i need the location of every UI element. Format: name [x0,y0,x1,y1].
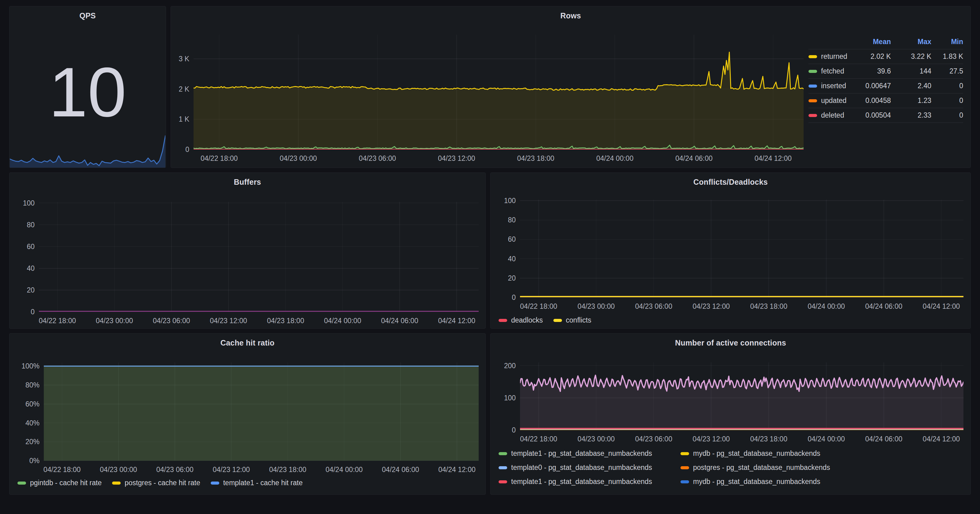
legend-stat-value: 0.00458 [848,97,891,105]
y-axis-tick-label: 0 [512,293,516,302]
legend-series-swatch [112,482,121,485]
x-axis-tick-label: 04/23 18:00 [750,435,788,443]
cache-chart-canvas[interactable]: 0%20%40%60%80%100%04/22 18:0004/23 00:00… [44,362,479,461]
y-axis-tick-label: 20 [27,286,35,294]
legend-item[interactable]: template1 - pg_stat_database_numbackends [499,449,681,458]
panel-title-active-connections[interactable]: Number of active connections [491,334,970,352]
legend-item[interactable]: template1 - cache hit rate [211,479,303,487]
x-axis-tick-label: 04/23 18:00 [517,154,555,163]
x-axis-tick-label: 04/22 18:00 [39,317,76,325]
y-axis-tick-label: 20% [25,438,40,446]
panel-title-qps[interactable]: QPS [10,6,166,25]
legend-item[interactable]: returned [808,53,848,60]
legend-stat-value: 2.02 K [848,53,891,60]
legend-series-swatch [211,482,219,485]
legend-series-swatch [808,99,817,102]
buffers-chart-canvas[interactable]: 02040608010004/22 18:0004/23 00:0004/23 … [39,202,479,312]
qps-stat-value: 10 [10,43,166,141]
legend-column-header-max[interactable]: Max [891,38,931,46]
x-axis-tick-label: 04/22 18:00 [520,435,557,443]
legend-table-row: returned2.02 K3.22 K1.83 K [808,49,963,64]
legend-item[interactable]: mydb - pg_stat_database_numbackends [681,449,830,458]
legend-series-swatch [499,319,507,322]
legend-series-swatch [681,466,689,469]
legend-series-swatch [499,480,507,483]
x-axis-tick-label: 04/23 00:00 [96,317,133,325]
x-axis-tick-label: 04/23 06:00 [156,466,194,474]
legend-series-label: deadlocks [511,316,543,325]
legend-series-label: template1 - pg_stat_database_numbackends [511,477,652,486]
legend-stat-value: 144 [891,67,931,75]
x-axis-tick-label: 04/23 00:00 [578,435,615,443]
x-axis-tick-label: 04/23 12:00 [213,466,250,474]
x-axis-tick-label: 04/22 18:00 [520,302,557,310]
rows-chart-canvas[interactable]: 01 K2 K3 K04/22 18:0004/23 00:0004/23 06… [194,35,803,150]
y-axis-tick-label: 200 [504,361,516,370]
connections-chart-canvas[interactable]: 010020004/22 18:0004/23 00:0004/23 06:00… [520,362,964,430]
legend-series-label: mydb - pg_stat_database_numbackends [693,477,821,486]
legend-series-label: postgres - pg_stat_database_numbackends [693,463,830,472]
legend-series-label: conflicts [566,316,591,325]
legend-item[interactable]: pgintdb - cache hit rate [18,479,102,487]
y-axis-tick-label: 40 [27,264,35,272]
legend-column-header-min[interactable]: Min [931,38,963,46]
panel-title-cache-hit-ratio[interactable]: Cache hit ratio [10,334,485,352]
panel-rows: Rows 01 K2 K3 K04/22 18:0004/23 00:0004/… [170,6,971,168]
legend-series-swatch [808,114,817,117]
x-axis-tick-label: 04/24 06:00 [382,466,419,474]
legend-series-label: template0 - pg_stat_database_numbackends [511,463,652,472]
legend-series-swatch [681,480,689,483]
legend-stat-value: 0 [931,111,963,119]
x-axis-tick-label: 04/23 12:00 [692,302,730,310]
panel-buffers: Buffers 02040608010004/22 18:0004/23 00:… [9,172,486,329]
x-axis-tick-label: 04/24 00:00 [808,435,845,443]
conflicts-chart-canvas[interactable]: 02040608010004/22 18:0004/23 00:0004/23 … [520,200,964,298]
legend-series-swatch [554,319,562,322]
legend-table-row: fetched39.614427.5 [808,64,963,79]
x-axis-tick-label: 04/23 06:00 [153,317,190,325]
y-axis-tick-label: 100% [21,362,40,370]
x-axis-tick-label: 04/24 00:00 [808,302,845,310]
legend-stat-value: 2.40 [891,82,931,90]
legend-stat-value: 2.33 [891,111,931,119]
grafana-dashboard: { "theme": { "page_bg": "#111217", "pane… [0,0,980,514]
y-axis-tick-label: 40 [508,255,516,263]
legend-series-label: fetched [821,67,844,75]
legend-series-swatch [681,452,689,455]
legend-item[interactable]: postgres - pg_stat_database_numbackends [681,463,830,472]
rows-legend-table: MeanMaxMinreturned2.02 K3.22 K1.83 Kfetc… [808,35,963,123]
panel-title-rows[interactable]: Rows [171,6,970,25]
legend-series-label: template1 - cache hit rate [223,479,303,487]
y-axis-tick-label: 80% [25,381,40,389]
legend-item[interactable]: inserted [808,82,848,90]
legend-series-swatch [808,84,817,88]
legend-series-swatch [18,482,26,485]
panel-title-buffers[interactable]: Buffers [10,173,485,191]
x-axis-tick-label: 04/23 00:00 [280,154,317,163]
x-axis-tick-label: 04/23 18:00 [269,466,307,474]
legend-item[interactable]: deadlocks [499,316,543,325]
x-axis-tick-label: 04/23 00:00 [100,466,137,474]
legend-item[interactable]: conflicts [554,316,591,325]
qps-sparkline[interactable] [10,134,165,167]
legend-item[interactable]: deleted [808,111,848,119]
legend-stat-value: 0 [931,97,963,105]
legend-item[interactable]: mydb - pg_stat_database_numbackends [681,477,830,486]
y-axis-tick-label: 60% [25,400,40,408]
y-axis-tick-label: 0% [29,457,40,465]
legend-series-label: returned [821,53,847,60]
legend-stat-value: 0.00647 [848,82,891,90]
legend-item[interactable]: template1 - pg_stat_database_numbackends [499,477,681,486]
legend-item[interactable]: fetched [808,67,848,75]
legend-series-label: inserted [821,82,846,90]
legend-item[interactable]: template0 - pg_stat_database_numbackends [499,463,681,472]
legend-series-swatch [808,55,817,58]
legend-column-header-mean[interactable]: Mean [848,38,891,46]
panel-title-conflicts-deadlocks[interactable]: Conflicts/Deadlocks [491,173,970,191]
legend-item[interactable]: updated [808,97,848,105]
x-axis-tick-label: 04/24 12:00 [438,317,475,325]
legend-series-label: mydb - pg_stat_database_numbackends [693,449,821,458]
cache-legend: pgintdb - cache hit ratepostgres - cache… [18,479,302,487]
panel-qps: QPS 10 [9,6,166,168]
legend-item[interactable]: postgres - cache hit rate [112,479,200,487]
